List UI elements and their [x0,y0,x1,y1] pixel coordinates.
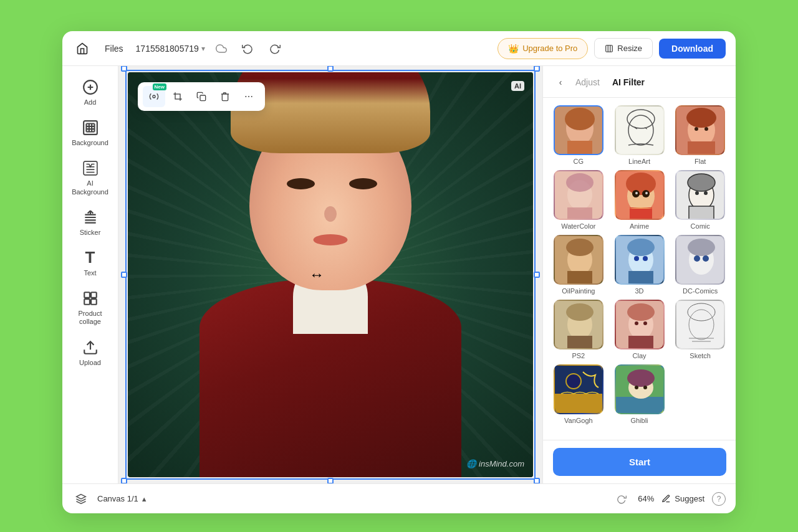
svg-point-84 [627,303,655,321]
filter-thumb-flat [675,105,725,155]
refresh-button[interactable] [613,490,630,508]
suggest-button[interactable]: Suggest [661,494,704,503]
svg-point-55 [645,192,648,194]
sidebar-ai-background-label: AI Background [70,179,110,196]
filter-item-flat[interactable]: Flat [672,105,728,165]
filename-button[interactable]: 1715581805719 ▾ [136,44,205,54]
filter-item-dc-comics[interactable]: DC-Comics [672,235,728,295]
handle-top-center[interactable] [327,66,334,72]
upgrade-button[interactable]: 👑 Upgrade to Pro [498,38,588,59]
svg-point-27 [245,96,246,97]
canvas-label[interactable]: Canvas 1/1 ▲ [97,494,148,503]
help-button[interactable]: ? [712,492,726,506]
filter-item-sketch[interactable]: Sketch [672,300,728,359]
sidebar-item-upload[interactable]: Upload [67,334,114,372]
tab-adjust[interactable]: Adjust [570,75,605,90]
filter-label-sketch: Sketch [690,352,711,359]
filter-label-anime: Anime [630,222,649,230]
filter-thumb-ghibli [615,364,665,414]
filter-label-3d: 3D [635,287,643,295]
sidebar-item-ai-background[interactable]: AI Background [67,154,114,201]
handle-bot-center[interactable] [327,478,334,483]
layers-button[interactable] [72,490,90,508]
filter-row-4: PS2 Clay [550,300,728,359]
start-button[interactable]: Start [553,448,726,476]
eye-left [287,178,315,189]
svg-rect-70 [628,271,653,285]
svg-rect-66 [567,271,592,285]
svg-point-95 [566,374,581,389]
svg-point-41 [686,108,716,128]
download-button[interactable]: Download [659,39,726,59]
tab-ai-filter[interactable]: AI Filter [607,75,650,90]
sidebar-item-sticker[interactable]: Sticker [67,204,114,242]
ai-filter-toolbar-button[interactable]: New [143,86,165,107]
delete-button[interactable] [214,86,236,107]
duplicate-button[interactable] [190,86,213,107]
filter-label-flat: Flat [695,158,706,165]
filter-item-cg[interactable]: CG [550,105,607,165]
handle-top-right[interactable] [534,66,540,72]
svg-point-29 [251,96,252,97]
svg-point-65 [566,239,594,256]
filter-item-ghibli[interactable]: Ghibli [612,364,668,424]
sidebar-product-collage-label: Product collage [70,310,110,326]
crop-button[interactable] [166,86,189,107]
svg-rect-94 [555,394,603,414]
bottombar: Canvas 1/1 ▲ 64% Suggest ? [62,483,736,513]
cloud-sync-icon[interactable] [213,40,230,57]
handle-bot-left[interactable] [121,478,127,483]
filter-item-clay[interactable]: Clay [612,300,668,359]
filter-item-ps2[interactable]: PS2 [550,300,607,359]
filter-thumb-vangogh [554,364,603,414]
redo-button[interactable] [265,39,285,59]
sidebar-item-background[interactable]: Background [67,114,114,152]
ai-badge: AI [511,81,524,91]
filter-row-2: WaterColor [550,170,728,230]
sidebar-item-text[interactable]: T Text [67,244,114,282]
filter-thumb-oilpainting [554,235,603,285]
filter-item-vangogh[interactable]: VanGogh [550,364,607,424]
suggest-label: Suggest [675,494,704,503]
zoom-level: 64% [638,494,654,503]
filter-grid: CG LineA [543,98,736,440]
sidebar-upload-label: Upload [79,359,101,367]
text-icon: T [82,249,99,267]
handle-mid-left[interactable] [121,272,127,278]
filter-label-lineart: LineArt [628,158,650,165]
handle-mid-right[interactable] [534,272,540,278]
home-button[interactable] [72,39,92,59]
undo-button[interactable] [238,39,257,59]
files-button[interactable]: Files [100,41,128,56]
svg-rect-15 [84,162,97,176]
resize-button[interactable]: Resize [594,38,653,59]
svg-point-59 [688,174,715,191]
canvas-container[interactable]: AI 🌐 insMind.com New [128,72,533,477]
svg-point-61 [695,191,699,195]
filter-thumb-lineart [615,105,665,155]
svg-rect-48 [567,207,592,220]
filter-item-watercolor[interactable]: WaterColor [550,170,607,230]
portrait-figure [181,91,480,477]
filter-item-oilpainting[interactable]: OilPainting [550,235,607,295]
filename-chevron-icon: ▾ [201,44,205,53]
filter-row-5: VanGogh [550,364,728,424]
more-button[interactable] [238,86,260,107]
filter-item-comic[interactable]: Comic [672,170,728,230]
sidebar-item-add[interactable]: Add [67,74,114,112]
svg-rect-34 [616,107,665,155]
filter-item-anime[interactable]: Anime [612,170,668,230]
svg-point-69 [627,239,655,256]
filter-item-lineart[interactable]: LineArt [612,105,668,165]
sidebar-item-product-collage[interactable]: Product collage [67,285,114,331]
watermark: 🌐 insMind.com [466,459,524,468]
filter-thumb-anime [615,170,665,220]
filter-label-watercolor: WaterColor [561,222,595,230]
filter-item-3d[interactable]: 3D [612,235,668,295]
svg-point-47 [566,173,594,192]
filter-label-ghibli: Ghibli [630,417,648,424]
handle-top-left[interactable] [121,66,127,72]
handle-bot-right[interactable] [534,478,540,483]
panel-back-button[interactable]: ‹ [553,75,568,90]
svg-point-51 [626,173,656,195]
